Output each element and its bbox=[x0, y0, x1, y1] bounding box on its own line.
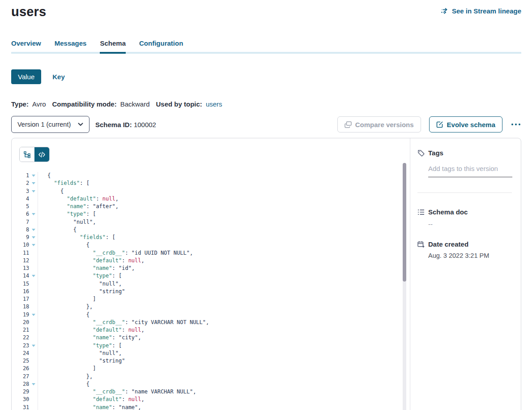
schema-doc-header: Schema doc bbox=[417, 208, 512, 216]
more-options-button[interactable] bbox=[511, 121, 521, 128]
code-line: 27 }, bbox=[12, 373, 410, 380]
line-number: 17 bbox=[12, 295, 29, 303]
topic-link[interactable]: users bbox=[206, 100, 222, 108]
fold-toggle-icon bbox=[32, 244, 35, 246]
tab-configuration[interactable]: Configuration bbox=[139, 39, 183, 54]
line-number: 28 bbox=[12, 380, 29, 388]
line-number: 7 bbox=[12, 218, 29, 226]
line-number: 22 bbox=[12, 334, 29, 342]
code-line: 1{ bbox=[12, 172, 410, 179]
line-number: 29 bbox=[12, 388, 29, 396]
line-number: 3 bbox=[12, 188, 29, 195]
line-number: 14 bbox=[12, 272, 29, 280]
code-line: 25 "string" bbox=[12, 357, 410, 365]
code-line: 2 "fields": [ bbox=[12, 179, 410, 187]
code-line: 7 "null", bbox=[12, 218, 410, 226]
code-line: 18 }, bbox=[12, 303, 410, 311]
editor-view-toggle bbox=[19, 147, 50, 162]
fold-toggle-icon bbox=[32, 236, 35, 239]
calendar-plus-icon bbox=[417, 241, 425, 248]
type-label: Type: bbox=[11, 100, 29, 108]
line-number: 23 bbox=[12, 342, 29, 350]
tree-view-button[interactable] bbox=[20, 147, 34, 162]
compare-versions-button[interactable]: Compare versions bbox=[337, 116, 421, 132]
line-number: 10 bbox=[12, 241, 29, 249]
tags-section-header: Tags bbox=[417, 149, 512, 157]
schema-panel: 1{2 "fields": [3 {4 "default": null,5 "n… bbox=[11, 138, 521, 410]
schema-code-pane: 1{2 "fields": [3 {4 "default": null,5 "n… bbox=[12, 138, 410, 410]
evolve-schema-button[interactable]: Evolve schema bbox=[429, 116, 502, 132]
code-view-button[interactable] bbox=[34, 147, 49, 162]
line-number: 19 bbox=[12, 311, 29, 319]
date-created-header: Date created bbox=[417, 240, 512, 248]
page-header: users See in Stream lineage bbox=[11, 0, 521, 19]
version-bar: Version 1 (current) Schema ID: 100002 Co… bbox=[11, 116, 521, 133]
stream-lineage-link[interactable]: See in Stream lineage bbox=[441, 7, 521, 15]
code-line: 24 "null", bbox=[12, 350, 410, 357]
line-number: 18 bbox=[12, 303, 29, 311]
line-number: 30 bbox=[12, 396, 29, 403]
code-line: 13 "name": "id", bbox=[12, 265, 410, 272]
line-number: 26 bbox=[12, 365, 29, 372]
tab-messages[interactable]: Messages bbox=[55, 39, 87, 54]
add-tags-input[interactable] bbox=[428, 164, 512, 177]
code-line: 23 "type": [ bbox=[12, 342, 410, 350]
code-line: 17 ] bbox=[12, 295, 410, 303]
page-title: users bbox=[11, 4, 46, 19]
line-number: 24 bbox=[12, 350, 29, 357]
line-number: 11 bbox=[12, 249, 29, 257]
sidebar-divider bbox=[417, 192, 512, 193]
fold-toggle-icon bbox=[32, 314, 35, 316]
code-line: 4 "default": null, bbox=[12, 195, 410, 203]
fold-toggle-icon bbox=[32, 213, 35, 215]
line-number: 4 bbox=[12, 195, 29, 203]
fold-toggle-icon bbox=[32, 190, 35, 192]
value-schema-button[interactable]: Value bbox=[11, 69, 41, 84]
code-line: 29 "__crdb__": "name VARCHAR NULL", bbox=[12, 388, 410, 396]
code-line: 16 "string" bbox=[12, 288, 410, 295]
code-line: 5 "name": "after", bbox=[12, 203, 410, 210]
editor-scrollbar-thumb[interactable] bbox=[403, 163, 406, 282]
code-line: 14 "type": [ bbox=[12, 272, 410, 280]
schema-code-editor[interactable]: 1{2 "fields": [3 {4 "default": null,5 "n… bbox=[12, 172, 410, 410]
line-number: 8 bbox=[12, 226, 29, 234]
code-line: 20 "__crdb__": "city VARCHAR NOT NULL", bbox=[12, 319, 410, 326]
fold-toggle-icon bbox=[32, 175, 35, 177]
code-line: 30 "default": null, bbox=[12, 396, 410, 403]
code-line: 11 "__crdb__": "id UUID NOT NULL", bbox=[12, 249, 410, 257]
fold-toggle-icon bbox=[32, 275, 35, 277]
fold-toggle-icon bbox=[32, 345, 35, 347]
tab-schema[interactable]: Schema bbox=[100, 39, 126, 54]
date-created-value: Aug. 3 2022 3:21 PM bbox=[428, 252, 512, 259]
code-line: 8 { bbox=[12, 226, 410, 234]
line-number: 2 bbox=[12, 179, 29, 187]
schema-meta-row: Type: Avro Compatibility mode: Backward … bbox=[11, 100, 521, 108]
list-icon bbox=[417, 209, 425, 215]
code-line: 21 "default": null, bbox=[12, 326, 410, 334]
key-schema-button[interactable]: Key bbox=[52, 73, 65, 81]
line-number: 12 bbox=[12, 257, 29, 265]
version-select-value: Version 1 (current) bbox=[17, 121, 71, 128]
compare-versions-icon bbox=[345, 121, 352, 128]
version-select[interactable]: Version 1 (current) bbox=[11, 116, 89, 133]
compatibility-value: Backward bbox=[120, 100, 150, 108]
line-number: 9 bbox=[12, 234, 29, 241]
tree-view-icon bbox=[24, 151, 30, 158]
tab-overview[interactable]: Overview bbox=[11, 39, 41, 54]
line-number: 25 bbox=[12, 357, 29, 365]
code-view-icon bbox=[38, 152, 45, 158]
code-line: 3 { bbox=[12, 188, 410, 195]
date-created-title: Date created bbox=[428, 240, 468, 248]
line-number: 15 bbox=[12, 280, 29, 288]
code-line: 10 { bbox=[12, 241, 410, 249]
line-number: 6 bbox=[12, 210, 29, 218]
compatibility-label: Compatibility mode: bbox=[52, 100, 116, 108]
code-line: 22 "name": "city", bbox=[12, 334, 410, 342]
code-line: 6 "type": [ bbox=[12, 210, 410, 218]
schema-doc-title: Schema doc bbox=[428, 208, 468, 216]
code-line: 26 ] bbox=[12, 365, 410, 372]
used-by-topic-label: Used by topic: bbox=[156, 100, 202, 108]
evolve-schema-label: Evolve schema bbox=[447, 121, 495, 128]
chevron-down-icon bbox=[78, 123, 83, 126]
tags-title: Tags bbox=[428, 149, 443, 157]
